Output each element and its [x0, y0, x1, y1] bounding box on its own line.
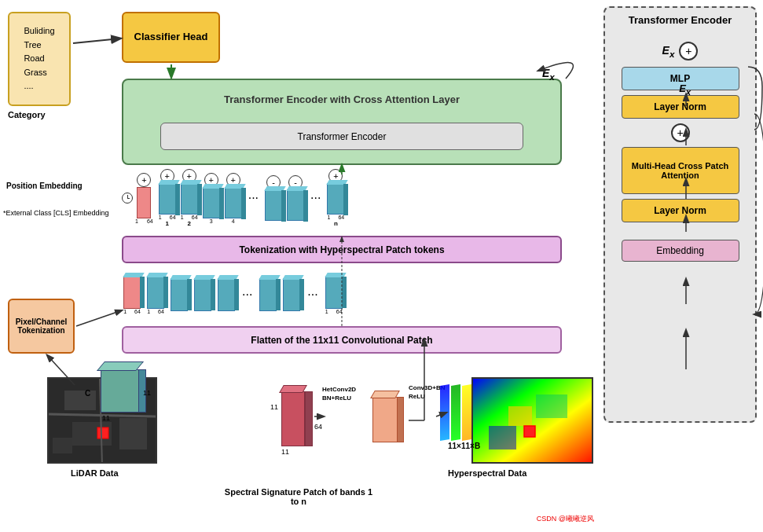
- svg-rect-13: [524, 426, 535, 437]
- patch-n2: [283, 278, 300, 311]
- svg-rect-1: [64, 391, 96, 410]
- spectral-block-side: [305, 391, 313, 446]
- token-4: [225, 187, 242, 218]
- transformer-detail-title: Transformer Encoder: [611, 14, 749, 26]
- patch-row: 164 164 ··· ··· 164: [122, 271, 562, 318]
- transformer-encoder-inner: Transformer Encoder: [160, 123, 523, 150]
- spectral-block-top: [279, 385, 307, 393]
- patch-n1: [259, 278, 277, 311]
- spectral-64: 64: [314, 423, 322, 431]
- transformer-encoder-detail: Transformer Encoder Ex + MLP Layer Norm …: [603, 6, 757, 423]
- patch-3: [194, 278, 211, 311]
- patch-4: [218, 278, 235, 311]
- cube-front-face: [101, 369, 140, 413]
- classifier-head: Classifier Head: [122, 12, 220, 63]
- patch-end: 164: [325, 276, 343, 314]
- category-box: Buliding Tree Road Grass ....: [8, 12, 71, 106]
- category-label: Category: [8, 110, 46, 119]
- conv3d-side: [397, 397, 404, 442]
- td-layernorm-2: Layer Norm: [622, 199, 739, 222]
- td-ex-main: Ex: [679, 83, 691, 97]
- svg-line-18: [76, 310, 122, 326]
- main-container: Transformer Encoder Ex + MLP Layer Norm …: [0, 0, 763, 532]
- token-3: [203, 187, 220, 218]
- hyperspectral-dimensions: 11×11×B: [448, 442, 480, 450]
- svg-rect-10: [508, 406, 532, 426]
- spectral-block-front: [281, 391, 305, 446]
- spectral-11-2: 11: [281, 448, 289, 456]
- svg-rect-9: [473, 379, 593, 464]
- td-layernorm-1: Layer Norm: [622, 95, 739, 119]
- eleven-1: 11: [102, 414, 110, 422]
- hyperspectral-label: Hyperspectral Data: [448, 468, 526, 478]
- conv3d-block: [368, 391, 407, 442]
- hband-2: [451, 384, 460, 441]
- token-1: [159, 183, 176, 215]
- patch-0: 164: [123, 276, 141, 314]
- hband-3: [462, 384, 471, 441]
- external-cls-label: *External Class [CLS] Embedding: [3, 208, 109, 218]
- hyperspectral-image: [471, 377, 593, 464]
- td-embedding: Embedding: [622, 240, 739, 262]
- spectral-patch-label: Spectral Signature Patch of bands 1 to n: [220, 487, 377, 506]
- svg-rect-4: [119, 418, 147, 449]
- svg-rect-5: [53, 438, 72, 453]
- patch-dots2: ···: [307, 288, 317, 302]
- token-6: [287, 189, 304, 221]
- svg-rect-12: [489, 426, 516, 449]
- category-items: Buliding Tree Road Grass ....: [24, 24, 54, 94]
- svg-line-16: [73, 39, 120, 43]
- c-label: C: [85, 389, 90, 398]
- patch-dots: ···: [242, 288, 252, 302]
- cube-top-face: [97, 361, 144, 371]
- patch-2: [171, 278, 188, 311]
- spectral-11-1: 11: [270, 403, 278, 411]
- eleven-2: 11: [143, 389, 151, 397]
- transformer-cross-title: Transformer Encoder with Cross Attention…: [224, 94, 460, 105]
- spectral-patch-area: 11 11 64: [275, 383, 314, 446]
- td-plus-middle: +: [671, 123, 690, 142]
- token-dots-2: ···: [310, 191, 321, 205]
- token-row: + 164 + 164 1 + 164 2 + 3: [122, 174, 562, 222]
- tokenization-box: Tokenization with Hyperspectral Patch to…: [122, 236, 562, 263]
- plus-0: +: [137, 173, 151, 187]
- patch-1: 164: [147, 276, 164, 314]
- cls-token: [137, 187, 151, 218]
- csdn-watermark: CSDN @曦曦逆风: [537, 514, 594, 524]
- clock-icon: [122, 193, 133, 204]
- transformer-cross-attention: Transformer Encoder with Cross Attention…: [122, 79, 562, 165]
- pixel-channel-box: Pixel/Channel Tokenization: [8, 299, 75, 354]
- flatten-box: Flatten of the 11x11 Convolutional Patch: [122, 326, 562, 354]
- position-embedding-label: Position Embedding: [6, 181, 83, 192]
- hband-1: [440, 384, 449, 441]
- td-mhca: Multi-Head Cross Patch Attention: [622, 147, 739, 194]
- ex-label-main: Ex: [542, 67, 555, 82]
- td-plus-top: +: [679, 42, 698, 61]
- token-2: [181, 183, 198, 215]
- hetconv-label: HetConv2DBN+ReLU: [322, 385, 356, 402]
- conv3d-top: [370, 391, 400, 398]
- lidar-label: LiDAR Data: [71, 468, 119, 478]
- conv3d-front: [372, 397, 398, 442]
- token-dots-1: ···: [248, 191, 259, 205]
- token-n: [327, 183, 344, 215]
- svg-rect-11: [536, 394, 567, 418]
- svg-rect-6: [97, 427, 108, 438]
- td-ex-top: Ex: [662, 44, 675, 59]
- token-5: [265, 189, 282, 221]
